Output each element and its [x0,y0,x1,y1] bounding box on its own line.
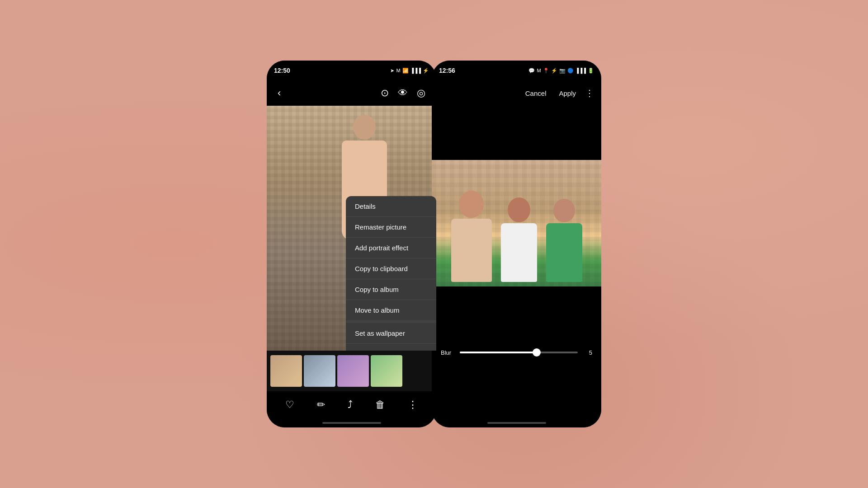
more-options-button[interactable]: ⋮ [585,88,594,99]
menu-divider [346,322,436,322]
phone-2: 12:56 💬 M 📍 ⚡ 📷 🔵 ▐▐▐ 🔋 Cancel Apply ⋮ [432,61,601,427]
phone2-black-top [432,106,601,160]
person-head [353,115,376,140]
group-people [432,187,601,286]
phone2-status-bar: 12:56 💬 M 📍 ⚡ 📷 🔵 ▐▐▐ 🔋 [432,61,601,80]
gp-body-2 [501,223,537,282]
phone2-home-indicator [432,418,601,427]
view-icon[interactable]: 👁 [394,84,411,103]
context-menu: Details Remaster picture Add portrait ef… [346,196,436,351]
wifi-icon: 📶 [402,68,409,74]
blur-slider-fill [460,352,537,353]
location-icon-2: 📍 [543,68,549,74]
phone2-time: 12:56 [439,67,455,74]
whatsapp-icon: 💬 [528,68,535,74]
mail-icon-2: M [537,68,541,73]
phones-container: 12:50 ➤ M 📶 ▐▐▐ ⚡ ‹ ⊙ 👁 ◎ [267,61,601,427]
cancel-button[interactable]: Cancel [522,88,550,99]
signal-icon-2: ▐▐▐ [576,68,586,73]
group-person-3 [546,199,582,282]
battery-icon: ⚡ [423,68,429,74]
menu-item-details[interactable]: Details [346,196,436,217]
thumbnail-strip [267,351,436,391]
phone2-header: Cancel Apply ⋮ [432,80,601,106]
group-photo [432,160,601,286]
thumbnail-3[interactable] [337,355,369,387]
thumbnail-2[interactable] [304,355,335,387]
gp-head-2 [508,197,530,222]
effect-icon[interactable]: ◎ [413,84,429,103]
share-button[interactable]: ⤴ [344,395,356,414]
home-bar-2 [487,422,546,424]
like-button[interactable]: ♡ [282,395,298,414]
thumbnail-1[interactable] [270,355,302,387]
delete-button[interactable]: 🗑 [372,395,389,414]
bluetooth-icon: 🔵 [567,68,574,74]
phone1-status-icons: ➤ M 📶 ▐▐▐ ⚡ [390,68,429,74]
battery-icon-2: 🔋 [588,68,594,74]
phone-1: 12:50 ➤ M 📶 ▐▐▐ ⚡ ‹ ⊙ 👁 ◎ [267,61,436,427]
menu-item-remaster[interactable]: Remaster picture [346,217,436,238]
phone1-status-bar: 12:50 ➤ M 📶 ▐▐▐ ⚡ [267,61,436,80]
edit-button[interactable]: ✏ [313,395,329,414]
phone1-time: 12:50 [274,67,290,74]
mail-icon: M [396,68,400,73]
gp-body-1 [451,219,492,282]
remaster-icon[interactable]: ⊙ [377,84,392,103]
blur-value: 5 [583,349,592,356]
menu-item-portrait[interactable]: Add portrait effect [346,238,436,258]
phone1-bottom-bar: ♡ ✏ ⤴ 🗑 ⋮ [267,391,436,418]
thumbnail-4[interactable] [371,355,402,387]
menu-item-move-album[interactable]: Move to album [346,300,436,321]
gp-head-3 [553,199,575,222]
menu-item-wallpaper[interactable]: Set as wallpaper [346,323,436,344]
blur-label: Blur [441,349,454,356]
blur-control-row: Blur 5 [441,349,592,356]
toolbar-right-icons: ⊙ 👁 ◎ [377,84,429,103]
phone1-home-indicator [267,418,436,427]
back-button[interactable]: ‹ [274,84,284,103]
phone1-photo-toolbar: ‹ ⊙ 👁 ◎ [267,80,436,106]
gp-head-1 [459,191,484,218]
menu-item-secure-folder[interactable]: Move to Secure Folder [346,344,436,351]
camera-icon: 📷 [559,68,566,74]
group-person-1 [451,191,492,282]
menu-item-copy-album[interactable]: Copy to album [346,279,436,300]
gp-body-3 [546,223,582,282]
phone2-black-bottom: Blur 5 [432,286,601,418]
more-button[interactable]: ⋮ [404,395,421,414]
blur-slider[interactable] [460,352,578,353]
location-icon: ➤ [390,68,394,74]
apply-button[interactable]: Apply [559,89,576,97]
phone2-status-icons: 💬 M 📍 ⚡ 📷 🔵 ▐▐▐ 🔋 [528,68,594,74]
blur-slider-thumb[interactable] [533,348,541,357]
group-person-2 [501,197,537,282]
phone1-photo-area: Details Remaster picture Add portrait ef… [267,106,436,351]
home-bar [322,422,381,424]
flash-icon: ⚡ [551,68,557,74]
signal-icon: ▐▐▐ [410,68,421,73]
menu-item-copy-clipboard[interactable]: Copy to clipboard [346,258,436,279]
